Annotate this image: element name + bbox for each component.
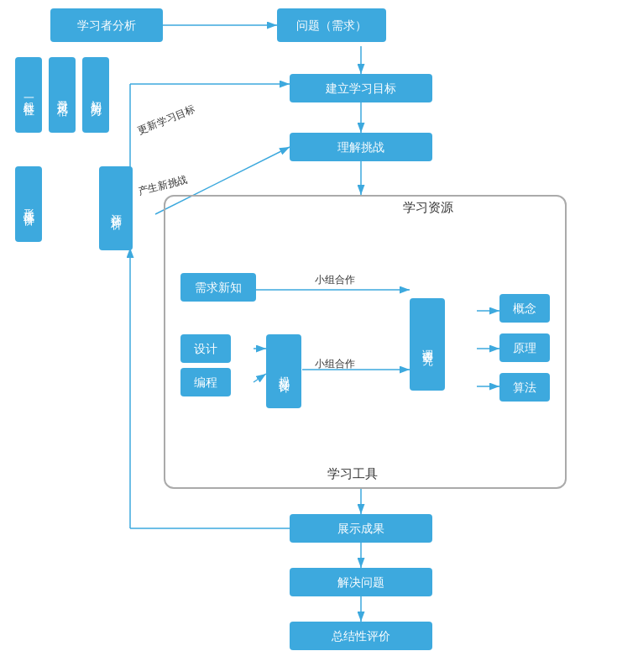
- solve-problem-box: 解决问题: [290, 568, 432, 596]
- understand-box: 理解挑战: [290, 133, 432, 161]
- show-result-box: 展示成果: [290, 514, 432, 543]
- group-coop1-label: 小组合作: [315, 273, 355, 287]
- learning-goal-box: 建立学习目标: [290, 74, 432, 102]
- general-box: 一般特征: [15, 57, 42, 133]
- eval-box: 评估分析: [99, 166, 133, 250]
- formative-box: 形成性评价: [15, 166, 42, 242]
- algorithm-box: 算法: [499, 373, 550, 402]
- learning-resources-label: 学习资源: [403, 200, 453, 216]
- ability-box: 初始能力: [82, 57, 109, 133]
- learning-tools-label: 学习工具: [327, 466, 378, 482]
- diagram: 学习者分析 一般特征 学习风格 初始能力 形成性评价 评估分析 问题（需求） 建…: [0, 0, 617, 672]
- plan-design-box: 规划设计: [266, 334, 301, 408]
- coding-box: 编程: [180, 368, 231, 396]
- investigate-box: 调查研究: [410, 298, 445, 391]
- learner-analysis-box: 学习者分析: [50, 8, 163, 42]
- style-box: 学习风格: [49, 57, 76, 133]
- summative-box: 总结性评价: [290, 622, 432, 650]
- group-coop2-label: 小组合作: [315, 357, 355, 371]
- principle-box: 原理: [499, 333, 550, 362]
- need-new-box: 需求新知: [180, 273, 256, 302]
- concept-box: 概念: [499, 294, 550, 323]
- problem-box: 问题（需求）: [277, 8, 386, 42]
- design-box: 设计: [180, 334, 231, 363]
- update-goal-label: 更新学习目标: [136, 102, 197, 139]
